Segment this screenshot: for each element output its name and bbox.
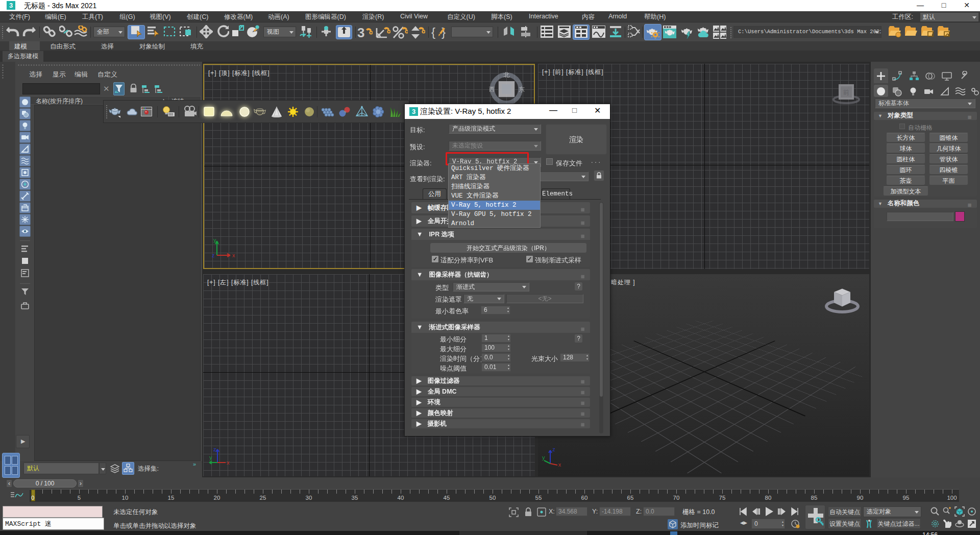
svg-text:y: y [213, 237, 216, 243]
svg-text:y: y [542, 454, 545, 460]
svg-text:北: 北 [503, 71, 509, 79]
svg-text:前: 前 [843, 89, 849, 96]
svg-text:z: z [552, 446, 555, 452]
svg-text:y: y [209, 454, 212, 460]
svg-text:x: x [227, 459, 230, 466]
svg-text:3: 3 [357, 25, 364, 39]
svg-text:x: x [558, 461, 561, 467]
svg-text:z: z [213, 446, 216, 452]
svg-text:东: 东 [519, 86, 525, 93]
svg-text:{: { [431, 25, 435, 39]
svg-text:z: z [212, 252, 215, 257]
svg-text:西: 西 [489, 86, 495, 93]
svg-text:x: x [232, 252, 235, 257]
